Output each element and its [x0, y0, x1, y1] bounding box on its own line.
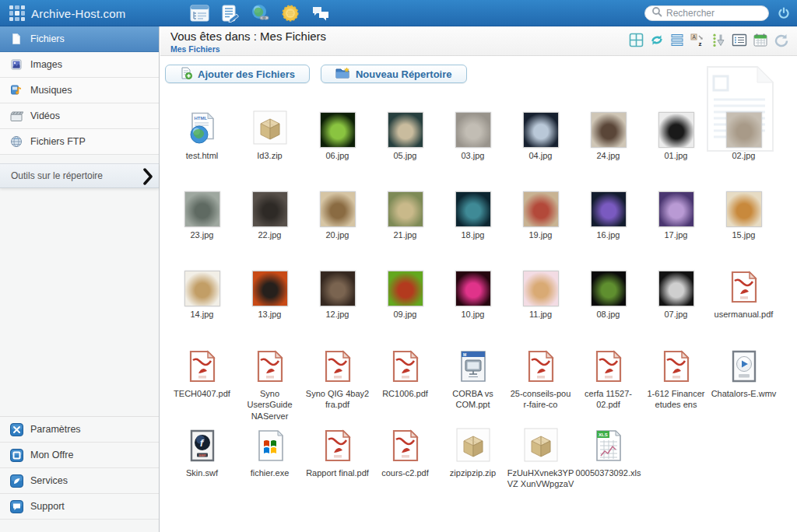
- file-name: 25-conseils-pou r-faire-co: [507, 388, 574, 411]
- action-button-label: Ajouter des Fichiers: [198, 68, 295, 80]
- file-icon-box: [189, 347, 216, 386]
- explorer-icon[interactable]: [189, 3, 209, 23]
- sidebar-item-label: Images: [30, 59, 62, 70]
- file-item[interactable]: 21.jpg: [371, 188, 439, 268]
- file-item[interactable]: fSWFSkin.swf: [168, 426, 236, 506]
- refresh-icon[interactable]: [774, 33, 789, 47]
- file-item[interactable]: MCORBA vs COM.ppt: [439, 347, 507, 426]
- file-item[interactable]: 17.jpg: [642, 188, 710, 268]
- file-item[interactable]: 23.jpg: [168, 188, 236, 268]
- file-item[interactable]: 1-612 Financer etudes ens: [642, 347, 710, 426]
- file-item[interactable]: 09.jpg: [371, 268, 439, 347]
- wmv-file-icon: [731, 350, 757, 386]
- chat-icon[interactable]: [311, 3, 331, 23]
- image-thumbnail: [184, 271, 220, 306]
- brand[interactable]: Archive-Host.com: [9, 0, 126, 26]
- file-name: usermanual.pdf: [714, 309, 774, 320]
- file-icon-box: [455, 188, 491, 227]
- file-item[interactable]: 03.jpg: [439, 109, 507, 188]
- file-item[interactable]: XLS00050373092.xls: [574, 426, 642, 506]
- sidebar-item-musiques[interactable]: Musiques: [0, 78, 159, 103]
- file-item[interactable]: fichier.exe: [236, 426, 304, 506]
- file-item[interactable]: FzUuHXvnek3YPVZ XunVWpgzaV: [507, 426, 574, 506]
- image-icon: [9, 58, 23, 71]
- file-item[interactable]: 15.jpg: [710, 188, 778, 268]
- file-name: 1-612 Financer etudes ens: [643, 388, 710, 411]
- file-item[interactable]: HTMLtest.html: [168, 109, 236, 188]
- power-icon[interactable]: [778, 7, 790, 19]
- file-item[interactable]: 24.jpg: [574, 109, 642, 188]
- file-item[interactable]: RC1006.pdf: [371, 347, 439, 426]
- sort-order-icon[interactable]: [711, 33, 726, 47]
- view-grid-icon[interactable]: [629, 33, 644, 47]
- file-icon-box: [726, 188, 762, 227]
- file-item[interactable]: Chatalors-E.wmv: [710, 347, 778, 426]
- view-toggle-icon[interactable]: [649, 33, 665, 47]
- file-item[interactable]: 22.jpg: [236, 188, 304, 268]
- content-header: Vous êtes dans : Mes Fichiers Mes Fichie…: [160, 26, 797, 56]
- sidebar-item-images[interactable]: Images: [0, 52, 159, 78]
- sidebar-item-param-tres[interactable]: Paramètres: [0, 417, 159, 443]
- file-icon-box: [320, 109, 356, 148]
- file-item[interactable]: 16.jpg: [574, 188, 642, 268]
- view-list-icon[interactable]: [670, 33, 684, 47]
- sidebar-item-mon-offre[interactable]: Mon Offre: [0, 443, 159, 468]
- sidebar-item-services[interactable]: Services: [0, 468, 159, 494]
- file-name: 07.jpg: [665, 309, 688, 320]
- sidebar: FichiersImagesMusiquesVidéosFichiers FTP…: [0, 26, 160, 532]
- new-folder-button[interactable]: Nouveau Répertoire: [321, 65, 467, 83]
- sidebar-item-fichiers-ftp[interactable]: Fichiers FTP: [0, 129, 159, 155]
- file-item[interactable]: 18.jpg: [439, 188, 507, 268]
- image-thumbnail: [726, 112, 762, 148]
- sidebar-tools-toggle[interactable]: Outils sur le répertoire: [0, 163, 159, 188]
- file-name: zipzipzip.zip: [450, 467, 496, 478]
- file-item[interactable]: 20.jpg: [304, 188, 371, 268]
- svg-text:HTML: HTML: [194, 116, 207, 121]
- file-item[interactable]: cerfa 11527-02.pdf: [574, 347, 642, 426]
- file-item[interactable]: 08.jpg: [574, 268, 642, 347]
- search-icon: [651, 6, 662, 20]
- file-item[interactable]: Rapport final.pdf: [304, 426, 371, 506]
- file-item[interactable]: 05.jpg: [371, 109, 439, 188]
- globe-link-icon[interactable]: [250, 3, 270, 23]
- search-box[interactable]: [644, 5, 769, 21]
- details-view-icon[interactable]: [732, 33, 747, 47]
- file-name: FzUuHXvnek3YPVZ XunVWpgzaV: [507, 467, 574, 490]
- sort-az-icon[interactable]: Az: [690, 33, 705, 47]
- calendar-icon[interactable]: [753, 33, 768, 47]
- file-item[interactable]: 04.jpg: [507, 109, 574, 188]
- file-item[interactable]: usermanual.pdf: [710, 268, 778, 347]
- file-item[interactable]: 19.jpg: [507, 188, 574, 268]
- search-input[interactable]: [666, 8, 762, 19]
- sidebar-item-support[interactable]: Support: [0, 494, 159, 520]
- file-item[interactable]: 12.jpg: [304, 268, 371, 347]
- file-item[interactable]: 11.jpg: [507, 268, 574, 347]
- file-icon-box: [524, 426, 558, 465]
- file-item[interactable]: 14.jpg: [168, 268, 236, 347]
- file-item[interactable]: 25-conseils-pou r-faire-co: [507, 347, 574, 426]
- file-name: 21.jpg: [394, 229, 417, 240]
- file-item[interactable]: Syno QIG 4bay2 fra.pdf: [304, 347, 371, 426]
- file-item[interactable]: Id3.zip: [236, 109, 304, 188]
- file-item[interactable]: cours-c2.pdf: [371, 426, 439, 506]
- add-files-button[interactable]: Ajouter des Fichiers: [165, 65, 310, 83]
- file-item[interactable]: TECH0407.pdf: [168, 347, 236, 426]
- file-item[interactable]: Syno UsersGuide NAServer: [236, 347, 304, 426]
- file-item[interactable]: 10.jpg: [439, 268, 507, 347]
- file-name: 13.jpg: [258, 309, 282, 320]
- breadcrumb[interactable]: Mes Fichiers: [170, 44, 220, 54]
- file-item[interactable]: 06.jpg: [304, 109, 371, 188]
- file-name: 18.jpg: [462, 229, 485, 240]
- file-icon-box: [325, 347, 351, 386]
- file-item[interactable]: zipzipzip.zip: [439, 426, 507, 506]
- sidebar-item-vid-os[interactable]: Vidéos: [0, 103, 159, 129]
- file-item[interactable]: 13.jpg: [236, 268, 304, 347]
- file-item[interactable]: 07.jpg: [642, 268, 710, 347]
- compose-document-icon[interactable]: [219, 3, 240, 23]
- sidebar-item-fichiers[interactable]: Fichiers: [0, 26, 159, 52]
- pdf-file-icon: [189, 350, 216, 386]
- badge-icon[interactable]: [280, 3, 300, 23]
- file-item[interactable]: 01.jpg: [642, 109, 710, 188]
- file-item[interactable]: 02.jpg: [710, 109, 778, 188]
- file-name: 16.jpg: [597, 229, 620, 240]
